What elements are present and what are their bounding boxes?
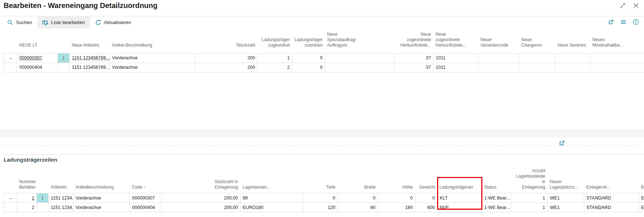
column-header-hoehe[interactable]: Höhe bbox=[378, 168, 415, 193]
column-header-ladungstraeger-zuordnen[interactable]: Ladungsträger zuordnen bbox=[292, 29, 325, 53]
share-icon[interactable] bbox=[608, 19, 614, 25]
cell-beschreibung[interactable]: Vorderachse bbox=[110, 53, 196, 63]
column-header-chargennr[interactable]: Neue Chargennr. bbox=[519, 29, 556, 53]
cell-breite[interactable]: 0 bbox=[338, 193, 378, 203]
cell-stueckzahl-einlagerung[interactable]: 200,00 bbox=[162, 203, 240, 212]
refresh-button[interactable]: Aktualisieren bbox=[90, 16, 136, 28]
column-header-variantencode[interactable]: Neuer Variantencode bbox=[478, 29, 519, 53]
column-header-lagerplatzcode[interactable]: Neuer Lagerplatzco... bbox=[548, 168, 584, 193]
cell-code[interactable]: 000000307 bbox=[130, 193, 162, 203]
column-header-artikel-beschreibung[interactable]: Artikel-Beschreibung bbox=[110, 29, 196, 53]
close-icon[interactable] bbox=[632, 2, 640, 9]
cell-gewicht[interactable]: 0 bbox=[415, 193, 437, 203]
cell-spezialauftrag[interactable] bbox=[325, 53, 394, 63]
column-header-code-sorted[interactable]: Code ↑ bbox=[130, 168, 162, 193]
cell-artikelbeschreibung[interactable]: Vorderachse bbox=[73, 203, 130, 212]
cell-artikelnr[interactable]: 1151 1234... bbox=[49, 193, 73, 203]
splitter-dotted-divider[interactable] bbox=[4, 145, 641, 146]
neue-lt-link[interactable]: 000000307 bbox=[19, 55, 42, 60]
cell-seriennr[interactable] bbox=[556, 53, 590, 63]
column-header-mindesthaltbarkeit[interactable]: Neues Mindesthaltba... bbox=[590, 29, 644, 53]
column-header-nummer-behaelter[interactable]: Nummer Behälter bbox=[17, 168, 37, 193]
cell-lagerbestand[interactable]: 99 bbox=[240, 193, 303, 203]
cell-zugeordnet[interactable]: 2 bbox=[258, 63, 292, 72]
part-share-icon[interactable] bbox=[559, 140, 565, 146]
cell-lagerbestand[interactable]: EURO180 bbox=[240, 203, 303, 212]
column-header-b-cut[interactable]: B bbox=[639, 168, 644, 193]
column-header-stueckzahl-einlagerung[interactable]: Stückzahl in Einlagerung bbox=[162, 168, 240, 193]
cell-status[interactable]: 1-WE Bear... bbox=[482, 203, 511, 212]
cell-zuordnen[interactable]: 0 bbox=[292, 63, 325, 72]
collapse-window-icon[interactable] bbox=[619, 2, 626, 9]
cell-neue-lt[interactable]: 000000404 bbox=[17, 63, 58, 72]
cell-tiefe[interactable]: 120 bbox=[303, 203, 338, 212]
cell-variantencode[interactable] bbox=[478, 63, 519, 72]
horizontal-scrollbar[interactable] bbox=[0, 129, 644, 138]
cell-lagerplatzcode[interactable]: WE1 bbox=[548, 193, 584, 203]
cell-chargennr[interactable] bbox=[519, 53, 556, 63]
column-header-status[interactable]: Status bbox=[482, 168, 511, 193]
artikelnr-link[interactable]: 1151 123456789... bbox=[72, 55, 109, 60]
column-header-ladungstraegerart[interactable]: Ladungsträgerart bbox=[437, 168, 482, 193]
column-header-neue-lt[interactable]: NEUE LT bbox=[17, 29, 58, 53]
cell-stueckzahl[interactable]: 200 bbox=[196, 53, 258, 63]
cell-herkunft-1[interactable]: 37 bbox=[394, 63, 433, 72]
column-header-artikelnr[interactable]: Artikelnr. bbox=[49, 168, 73, 193]
edit-list-button[interactable]: Liste bearbeiten bbox=[37, 16, 90, 28]
column-header-anzahl-lagerbestaende[interactable]: Anzahl Lagerbestände in Einlagerung bbox=[511, 168, 548, 193]
cell-status[interactable]: 1-WE Bear... bbox=[482, 193, 511, 203]
column-header-herkunftsbeleg-2[interactable]: Neue zugeordnete Herkunftsbele... bbox=[433, 29, 478, 53]
cell-artikelnr[interactable]: 1151 123456789... bbox=[70, 63, 110, 72]
nummer-link[interactable]: 1 bbox=[32, 196, 34, 201]
cell-b-cut[interactable]: E bbox=[639, 203, 644, 212]
cell-mindesthaltbarkeit[interactable] bbox=[590, 63, 644, 72]
cell-herkunft-2[interactable]: 1011 bbox=[433, 63, 478, 72]
cell-nummer[interactable]: 2 bbox=[17, 203, 37, 212]
cell-hoehe[interactable]: 180 bbox=[378, 203, 415, 212]
list-view-icon[interactable] bbox=[620, 19, 626, 25]
column-header-seriennr[interactable]: Neue Seriennr. bbox=[556, 29, 590, 53]
cell-spezialauftrag[interactable] bbox=[325, 63, 394, 72]
cell-ladungstraegerart[interactable]: NVE bbox=[437, 203, 482, 212]
column-header-stueckzahl[interactable]: Stückzahl bbox=[196, 29, 258, 53]
search-button[interactable]: Suchen bbox=[2, 16, 37, 28]
column-header-breite[interactable]: Breite bbox=[338, 168, 378, 193]
cell-ladungstraegerart[interactable]: KLT bbox=[437, 193, 482, 203]
cell-anzahl[interactable]: 1 bbox=[511, 193, 548, 203]
row-options-cell[interactable]: ⋮ bbox=[37, 193, 49, 203]
cell-mindesthaltbarkeit[interactable] bbox=[590, 53, 644, 63]
cell-tiefe[interactable]: 0 bbox=[303, 193, 338, 203]
cell-artikelbeschreibung[interactable]: Vorderachse bbox=[73, 193, 130, 203]
cell-stueckzahl[interactable]: 200 bbox=[196, 63, 258, 72]
cell-chargennr[interactable] bbox=[519, 63, 556, 72]
row-options-cell[interactable] bbox=[37, 203, 49, 212]
cell-stueckzahl-einlagerung[interactable]: 200,00 bbox=[162, 193, 240, 203]
column-header-lagerbestand[interactable]: Lagerbestan... bbox=[240, 168, 303, 193]
cell-seriennr[interactable] bbox=[556, 63, 590, 72]
cell-zuordnen[interactable]: 0 bbox=[292, 53, 325, 63]
cell-herkunft-2[interactable]: 1011 bbox=[433, 53, 478, 63]
cell-gewicht[interactable]: 600 bbox=[415, 203, 437, 212]
cell-artikelnr[interactable]: 1151 1234... bbox=[49, 203, 73, 212]
column-header-gewicht[interactable]: Gewicht bbox=[415, 168, 437, 193]
cell-hoehe[interactable]: 0 bbox=[378, 193, 415, 203]
cell-einlagerstrategie[interactable]: STANDARD bbox=[584, 193, 639, 203]
cell-neue-lt[interactable]: 000000307 bbox=[17, 53, 58, 63]
column-header-tiefe[interactable]: Tiefe bbox=[303, 168, 338, 193]
info-icon[interactable] bbox=[633, 19, 639, 25]
cell-herkunft-1[interactable]: 37 bbox=[394, 53, 433, 63]
column-header-herkunftsbeleg-1[interactable]: Neue zugeordnete Herkunftsbele... bbox=[394, 29, 433, 53]
cell-artikelnr[interactable]: 1151 123456789... bbox=[70, 53, 110, 63]
cell-beschreibung[interactable]: Vorderachse bbox=[110, 63, 196, 72]
column-header-neue-artikelnr[interactable]: Neue Artikelnr. bbox=[70, 29, 110, 53]
cell-code[interactable]: 000000404 bbox=[130, 203, 162, 212]
cell-anzahl[interactable]: 1 bbox=[511, 203, 548, 212]
row-options-cell[interactable]: ⋮ bbox=[58, 53, 70, 63]
column-header-artikelbeschreibung[interactable]: Artikelbeschreibung bbox=[73, 168, 130, 193]
column-header-spezialauftrag[interactable]: Neue Spezialauftrag- Auftragsnr. bbox=[325, 29, 394, 53]
column-header-ladungstraeger-zugeordnet[interactable]: Ladungsträger zugeordnet bbox=[258, 29, 292, 53]
cell-einlagerstrategie[interactable]: STANDARD bbox=[584, 203, 639, 212]
column-header-einlagerstrategie[interactable]: Einlagerstr... bbox=[584, 168, 639, 193]
row-options-cell[interactable] bbox=[58, 63, 70, 72]
cell-breite[interactable]: 80 bbox=[338, 203, 378, 212]
